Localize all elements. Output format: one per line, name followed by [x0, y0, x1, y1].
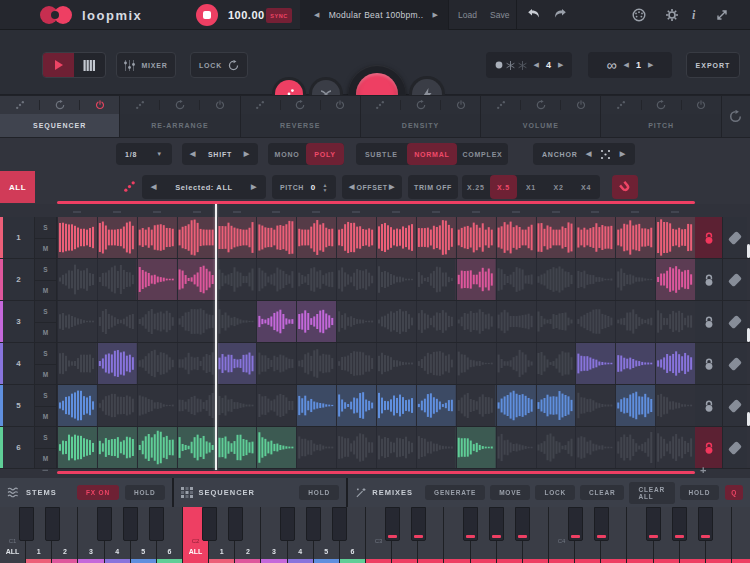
black-key[interactable] [45, 507, 60, 541]
trim-toggle[interactable]: TRIM OFF [408, 175, 458, 199]
grid-cell[interactable] [217, 343, 257, 384]
grid-cell[interactable] [655, 259, 695, 300]
grid-cell[interactable] [416, 385, 456, 426]
keys-mode-button[interactable] [74, 53, 105, 77]
mixer-button[interactable]: MIXER [116, 52, 176, 78]
grid-cell[interactable] [456, 259, 496, 300]
grid-cell[interactable] [496, 259, 536, 300]
remix-lock-button[interactable]: LOCK [535, 485, 575, 500]
grid-cell[interactable] [416, 217, 456, 258]
speed-x5[interactable]: X.5 [490, 175, 518, 199]
grid-cell[interactable] [536, 343, 576, 384]
tab-dice-icon[interactable] [481, 100, 520, 110]
mode-mono[interactable]: MONO [268, 143, 306, 165]
black-key[interactable] [672, 507, 687, 541]
grid-cell[interactable] [256, 301, 296, 342]
shift-left-icon[interactable]: ◀ [190, 150, 196, 158]
grid-cell[interactable] [615, 217, 655, 258]
grid-cell[interactable] [296, 301, 336, 342]
tab-pitch[interactable]: PITCH [601, 96, 721, 137]
black-key[interactable] [646, 507, 661, 541]
grid-cell[interactable] [217, 217, 257, 258]
grid-cell[interactable] [416, 343, 456, 384]
grid-cell[interactable] [57, 217, 97, 258]
tab-refresh-icon[interactable] [642, 100, 681, 110]
tab-dice-icon[interactable] [361, 100, 400, 110]
tab-refresh-icon[interactable] [401, 100, 440, 110]
tab-dice-icon[interactable] [601, 100, 640, 110]
grid-cell[interactable] [336, 217, 376, 258]
grid-cell[interactable] [256, 217, 296, 258]
grid-cell[interactable] [456, 217, 496, 258]
selected-next-icon[interactable]: ▶ [251, 183, 257, 191]
grid-cell[interactable] [137, 259, 177, 300]
grid-cell[interactable] [137, 301, 177, 342]
grid-cell[interactable] [456, 343, 496, 384]
tab-dice-icon[interactable] [0, 100, 39, 110]
tab-power-icon[interactable] [321, 100, 360, 110]
grid-cell[interactable] [217, 301, 257, 342]
speed-x2[interactable]: X2 [545, 175, 573, 199]
grid-cell[interactable] [416, 427, 456, 468]
remix-move-button[interactable]: MOVE [490, 485, 530, 500]
grid-cell[interactable] [296, 259, 336, 300]
anchor-right-icon[interactable]: ▶ [620, 150, 626, 158]
speed-x1[interactable]: X1 [517, 175, 545, 199]
grid-cell[interactable] [536, 427, 576, 468]
tab-re-arrange[interactable]: RE-ARRANGE [120, 96, 240, 137]
sync-button[interactable]: SYNC [266, 8, 292, 23]
remix-record-button[interactable]: Q [725, 485, 743, 500]
grid-cell[interactable] [376, 217, 416, 258]
grid-cell[interactable] [456, 301, 496, 342]
mute-button[interactable]: M [35, 322, 56, 343]
speed-x25[interactable]: X.25 [462, 175, 490, 199]
grid-cell[interactable] [97, 427, 137, 468]
pitch-stepper[interactable]: ▲▼ [322, 183, 328, 192]
black-key[interactable] [19, 507, 34, 541]
grid-cell[interactable] [376, 385, 416, 426]
grid-cell[interactable] [336, 301, 376, 342]
grid-cell[interactable] [655, 343, 695, 384]
tab-refresh-icon[interactable] [40, 100, 79, 110]
solo-button[interactable]: S [35, 385, 56, 406]
track-number[interactable]: 1 [3, 217, 35, 258]
grid-cell[interactable] [575, 217, 615, 258]
grid-cell[interactable] [575, 259, 615, 300]
track-number[interactable]: 3 [3, 301, 35, 342]
zoom-in-button[interactable]: + [700, 464, 706, 476]
settings-gear-icon[interactable] [665, 8, 679, 22]
grid-cell[interactable] [615, 301, 655, 342]
grid-cell[interactable] [296, 217, 336, 258]
track-number[interactable]: 5 [3, 385, 35, 426]
grid-cell[interactable] [256, 427, 296, 468]
grid-cell[interactable] [57, 259, 97, 300]
offset-left-icon[interactable]: ◀ [349, 183, 355, 191]
load-button[interactable]: Load [452, 0, 483, 30]
black-key[interactable] [594, 507, 609, 541]
grid-cell[interactable] [57, 301, 97, 342]
redo-icon[interactable] [553, 8, 567, 22]
tab-label[interactable]: VOLUME [481, 114, 600, 137]
tab-power-icon[interactable] [80, 100, 119, 110]
tab-density[interactable]: DENSITY [361, 96, 481, 137]
grid-cell[interactable] [137, 343, 177, 384]
remix-hold-button[interactable]: HOLD [680, 485, 720, 500]
grid-cell[interactable] [615, 343, 655, 384]
tab-volume[interactable]: VOLUME [481, 96, 601, 137]
anchor-pattern-icon[interactable] [600, 149, 611, 160]
tab-power-icon[interactable] [561, 100, 600, 110]
tab-reverse[interactable]: REVERSE [241, 96, 361, 137]
mute-button[interactable]: M [35, 238, 56, 259]
preset-next-icon[interactable]: ▶ [433, 11, 448, 19]
tab-dice-icon[interactable] [120, 100, 159, 110]
loop-value[interactable]: 1 [636, 60, 641, 70]
tab-power-icon[interactable] [200, 100, 239, 110]
tab-label[interactable]: PITCH [601, 114, 720, 137]
sequencer-hold-button[interactable]: HOLD [299, 485, 339, 500]
shift-right-icon[interactable]: ▶ [244, 150, 250, 158]
midi-icon[interactable] [632, 8, 646, 22]
tab-label[interactable]: RE-ARRANGE [120, 114, 239, 137]
grid-cell[interactable] [655, 385, 695, 426]
remix-key[interactable] [732, 507, 750, 563]
grid-cell[interactable] [496, 427, 536, 468]
